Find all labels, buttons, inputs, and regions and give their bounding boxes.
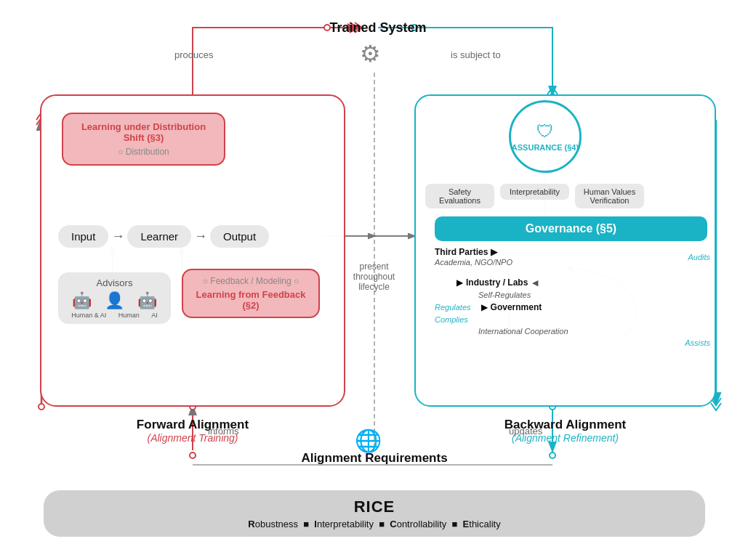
assurance-icon: 🛡 <box>536 121 554 142</box>
self-regulates-label: Self-Regulates <box>478 291 531 299</box>
human-label: Human <box>118 312 140 319</box>
trained-system-label: Trained System <box>269 20 487 36</box>
third-parties-row: Third Parties ▶ Academia, NGO/NPO Audits <box>435 247 710 267</box>
governance-content: Third Parties ▶ Academia, NGO/NPO Audits… <box>429 238 716 356</box>
regulates-label: Regulates <box>435 303 471 312</box>
assurance-title: ASSURANCE (§4) <box>512 143 579 152</box>
dist-shift-box: Learning under Distribution Shift (§3) ○… <box>62 113 225 166</box>
learner-output-arrow: → <box>194 229 207 244</box>
human-values-item: Human ValuesVerification <box>575 184 644 208</box>
input-box: Input <box>58 225 108 248</box>
learner-box: Learner <box>127 225 191 248</box>
complies-row: Complies <box>435 315 710 324</box>
ai-label: AI <box>151 312 158 319</box>
svg-point-5 <box>190 452 196 458</box>
governance-box: Governance (§5) <box>435 216 707 241</box>
produces-label: produces <box>174 49 213 60</box>
intl-coop-label: International Cooperation <box>478 327 568 336</box>
rice-title: RICE <box>58 498 691 516</box>
assists-label: Assists <box>685 338 710 347</box>
updates-label: updates <box>509 426 542 437</box>
forward-alignment-sub: (Alignment Training) <box>40 432 345 444</box>
input-learner-arrow: → <box>111 229 124 244</box>
regulates-row: Regulates ▶ Government <box>435 302 710 312</box>
subject-to-label: is subject to <box>451 49 501 60</box>
forward-alignment-label: Forward Alignment (Alignment Training) <box>40 418 345 444</box>
advisors-box: Advisors 🤖 👤 🤖 Human & AI Human AI <box>58 272 171 324</box>
backward-alignment-label: Backward Alignment (Alignment Refinement… <box>414 418 716 444</box>
feedback-title: Learning from Feedback (§2) <box>192 289 310 311</box>
io-row: Input → Learner → Output <box>58 225 269 248</box>
backward-alignment-main: Backward Alignment <box>414 418 716 432</box>
government-label: Government <box>491 302 542 312</box>
advisors-title: Advisors <box>65 277 164 288</box>
advisor-labels: Human & AI Human AI <box>65 312 164 319</box>
assurance-items: SafetyEvaluations Interpretability Human… <box>425 184 644 208</box>
svg-point-9 <box>39 404 44 410</box>
robustness-label: R <box>248 519 254 529</box>
diagram-container: Trained System ⚙ produces is subject to … <box>0 0 756 544</box>
complies-label: Complies <box>435 315 468 324</box>
informs-label: informs <box>208 426 239 437</box>
interpretability-item: Interpretability <box>500 184 569 200</box>
align-req-label: Alignment Requirements <box>196 451 552 466</box>
output-box: Output <box>210 225 269 248</box>
academia-label: Academia, NGO/NPO <box>435 258 512 267</box>
governance-title: Governance (§5) <box>446 222 696 235</box>
audits-label: Audits <box>688 253 710 261</box>
third-parties-label: Third Parties ▶ <box>435 247 497 257</box>
dist-shift-sub: ○ Distribution <box>73 147 214 157</box>
human-icon: 👤 <box>105 291 124 310</box>
safety-eval-item: SafetyEvaluations <box>425 184 494 208</box>
align-req-icon: 🌐 <box>355 428 382 453</box>
gear-icon: ⚙ <box>360 40 381 68</box>
ai-icon: 🤖 <box>137 291 157 310</box>
intl-coop-row: International Cooperation <box>478 327 710 336</box>
interpretability-label: I <box>314 519 317 529</box>
feedback-pre: ○ Feedback / Modeling ○ <box>192 276 310 286</box>
self-regulates-row: Self-Regulates <box>478 291 710 299</box>
rice-box: RICE Robustness ■ Interpretability ■ Con… <box>44 490 705 537</box>
advisor-icons: 🤖 👤 🤖 <box>65 291 164 310</box>
human-ai-label: Human & AI <box>71 312 106 319</box>
industry-label: Industry / Labs <box>466 277 528 288</box>
controllability-label: C <box>390 519 396 529</box>
feedback-box: ○ Feedback / Modeling ○ Learning from Fe… <box>182 269 320 318</box>
forward-alignment-main: Forward Alignment <box>40 418 345 432</box>
industry-row: ▶ Industry / Labs ◀ <box>435 277 710 288</box>
assurance-circle: 🛡 ASSURANCE (§4) <box>509 100 582 173</box>
rice-subtitle: Robustness ■ Interpretability ■ Controll… <box>58 519 691 529</box>
present-lifecycle-label: present throughout lifecycle <box>336 261 412 292</box>
human-ai-icon: 🤖 <box>72 291 92 310</box>
ethicality-label: E <box>463 519 470 529</box>
assists-row: Assists <box>435 338 710 347</box>
backward-alignment-sub: (Alignment Refinement) <box>414 432 716 444</box>
dist-shift-title: Learning under Distribution Shift (§3) <box>73 121 214 143</box>
